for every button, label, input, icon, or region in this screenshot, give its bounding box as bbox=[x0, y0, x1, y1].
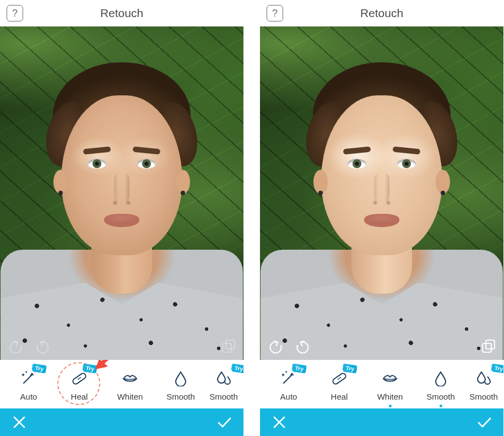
lips-icon bbox=[122, 370, 138, 386]
tool-label: Heal bbox=[331, 392, 348, 401]
tool-label: Smooth bbox=[166, 392, 195, 401]
screen-title: Retouch bbox=[0, 7, 243, 20]
canvas-controls bbox=[260, 339, 503, 354]
header: ? Retouch bbox=[0, 0, 243, 26]
screen-title: Retouch bbox=[260, 7, 503, 20]
active-dot-icon bbox=[440, 405, 442, 407]
footer-bar bbox=[260, 408, 503, 436]
tool-smooth[interactable]: Smooth bbox=[155, 360, 206, 408]
tool-label: Smooth bbox=[469, 392, 498, 401]
tool-heal[interactable]: Try Heal bbox=[54, 360, 105, 408]
photo-canvas[interactable] bbox=[260, 26, 503, 360]
redo-button[interactable] bbox=[35, 339, 51, 354]
help-button[interactable]: ? bbox=[7, 5, 23, 21]
drops-icon bbox=[215, 370, 232, 386]
try-badge: Try bbox=[491, 363, 503, 373]
check-icon bbox=[216, 415, 232, 430]
photo-canvas[interactable] bbox=[0, 26, 243, 360]
redo-button[interactable] bbox=[295, 339, 311, 354]
undo-button[interactable] bbox=[268, 339, 283, 354]
try-badge: Try bbox=[31, 363, 47, 373]
try-badge: Try bbox=[231, 363, 243, 373]
help-icon: ? bbox=[272, 8, 278, 19]
close-icon bbox=[12, 415, 27, 430]
tool-label: Smooth bbox=[209, 392, 238, 401]
tool-label: Whiten bbox=[117, 392, 143, 401]
bandaid-icon bbox=[331, 370, 348, 386]
footer-bar bbox=[0, 408, 243, 436]
confirm-button[interactable] bbox=[215, 413, 234, 432]
tool-smooth-plus[interactable]: Try Smooth bbox=[466, 360, 501, 408]
wand-icon bbox=[20, 370, 37, 386]
help-icon: ? bbox=[12, 8, 18, 19]
compare-button[interactable] bbox=[220, 339, 236, 354]
header: ? Retouch bbox=[260, 0, 503, 26]
confirm-button[interactable] bbox=[475, 413, 494, 432]
phone-right: ? Retouch bbox=[260, 0, 503, 436]
tool-toolbar: Try Auto Try Heal Whiten Smooth Try Smoo… bbox=[0, 360, 243, 408]
try-badge: Try bbox=[342, 363, 357, 373]
tool-auto[interactable]: Try Auto bbox=[263, 360, 314, 408]
undo-button[interactable] bbox=[8, 339, 23, 354]
tool-auto[interactable]: Try Auto bbox=[3, 360, 54, 408]
tool-smooth-plus[interactable]: Try Smooth bbox=[206, 360, 241, 408]
check-icon bbox=[476, 415, 492, 430]
canvas-controls bbox=[0, 339, 243, 354]
tool-whiten[interactable]: Whiten bbox=[365, 360, 415, 408]
drops-icon bbox=[475, 370, 492, 386]
tool-toolbar: Try Auto Try Heal Whiten Smooth Try Smoo… bbox=[260, 360, 503, 408]
close-icon bbox=[272, 415, 287, 430]
lips-icon bbox=[382, 370, 398, 386]
cancel-button[interactable] bbox=[10, 413, 29, 432]
tool-label: Smooth bbox=[426, 392, 455, 401]
drop-icon bbox=[172, 370, 189, 386]
compare-button[interactable] bbox=[480, 339, 496, 354]
try-badge: Try bbox=[82, 363, 97, 373]
bandaid-icon bbox=[71, 370, 88, 386]
wand-icon bbox=[280, 370, 297, 386]
tool-label: Auto bbox=[20, 392, 37, 401]
photo-after bbox=[260, 26, 503, 360]
tool-heal[interactable]: Try Heal bbox=[314, 360, 365, 408]
active-dot-icon bbox=[389, 405, 392, 407]
drop-icon bbox=[432, 370, 449, 386]
help-button[interactable]: ? bbox=[267, 5, 283, 21]
tool-whiten[interactable]: Whiten bbox=[105, 360, 155, 408]
photo-before bbox=[0, 26, 243, 360]
try-badge: Try bbox=[291, 363, 307, 373]
phone-left: ? Retouch bbox=[0, 0, 243, 436]
tool-label: Auto bbox=[280, 392, 297, 401]
cancel-button[interactable] bbox=[270, 413, 289, 432]
tool-label: Heal bbox=[71, 392, 88, 401]
tool-smooth[interactable]: Smooth bbox=[415, 360, 466, 408]
tool-label: Whiten bbox=[377, 392, 403, 401]
